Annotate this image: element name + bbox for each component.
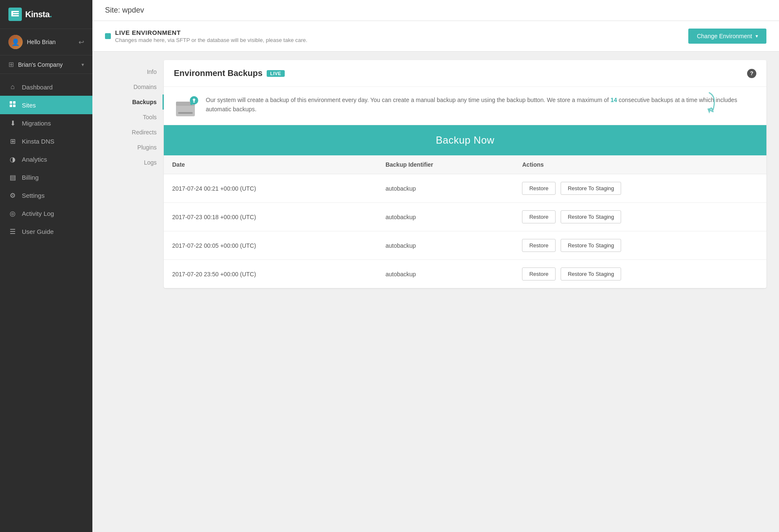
svg-rect-14 xyxy=(193,102,195,102)
backup-identifier: autobackup xyxy=(377,260,514,288)
backup-actions: Restore Restore To Staging xyxy=(514,231,766,260)
backup-actions: Restore Restore To Staging xyxy=(514,203,766,231)
company-selector[interactable]: ⊞ Brian's Company ▾ xyxy=(0,55,92,74)
user-greeting: Hello Brian xyxy=(27,39,74,45)
restore-to-staging-button[interactable]: Restore To Staging xyxy=(561,210,621,223)
company-name: Brian's Company xyxy=(18,61,77,68)
env-title: LIVE ENVIRONMENT xyxy=(115,29,307,36)
restore-button[interactable]: Restore xyxy=(522,267,556,280)
sidebar-item-billing[interactable]: ▤ Billing xyxy=(0,168,92,186)
table-row: 2017-07-24 00:21 +00:00 (UTC) autobackup… xyxy=(164,174,766,203)
sidebar-item-user-guide[interactable]: ☰ User Guide xyxy=(0,223,92,241)
logout-icon[interactable]: ↩ xyxy=(79,38,84,46)
subnav-domains[interactable]: Domains xyxy=(105,79,164,94)
user-guide-icon: ☰ xyxy=(8,228,17,236)
settings-icon: ⚙ xyxy=(8,191,17,199)
logo-area: Kinsta. xyxy=(0,0,92,29)
table-row: 2017-07-23 00:18 +00:00 (UTC) autobackup… xyxy=(164,203,766,231)
restore-to-staging-button[interactable]: Restore To Staging xyxy=(561,182,621,195)
restore-button[interactable]: Restore xyxy=(522,239,556,252)
backup-info-section: Our system will create a backup of this … xyxy=(164,87,766,125)
svg-rect-10 xyxy=(178,112,193,114)
content-area: LIVE ENVIRONMENT Changes made here, via … xyxy=(92,21,779,532)
environment-banner: LIVE ENVIRONMENT Changes made here, via … xyxy=(92,21,779,52)
site-title: Site: wpdev xyxy=(105,6,144,15)
svg-rect-5 xyxy=(13,101,16,104)
sidebar-item-label: User Guide xyxy=(22,228,54,235)
restore-to-staging-button[interactable]: Restore To Staging xyxy=(561,239,621,252)
company-icon: ⊞ xyxy=(8,60,14,68)
restore-button[interactable]: Restore xyxy=(522,210,556,223)
svg-rect-4 xyxy=(10,101,12,104)
help-icon[interactable]: ? xyxy=(747,69,756,78)
env-subtitle: Changes made here, via SFTP or the datab… xyxy=(115,37,307,43)
restore-button[interactable]: Restore xyxy=(522,182,556,195)
subnav-plugins[interactable]: Plugins xyxy=(105,140,164,155)
chevron-down-icon: ▾ xyxy=(755,33,758,39)
subnav-backups[interactable]: Backups xyxy=(105,94,164,110)
panel-title: Environment Backups xyxy=(174,68,262,78)
subnav-logs[interactable]: Logs xyxy=(105,155,164,170)
backup-identifier: autobackup xyxy=(377,203,514,231)
sites-icon xyxy=(8,101,17,109)
subnav-tools[interactable]: Tools xyxy=(105,110,164,125)
sidebar-item-label: Sites xyxy=(22,102,36,109)
restore-to-staging-button[interactable]: Restore To Staging xyxy=(561,267,621,280)
sidebar-item-label: Activity Log xyxy=(22,210,54,217)
user-row[interactable]: 👤 Hello Brian ↩ xyxy=(0,29,92,55)
sidebar-item-label: Settings xyxy=(22,192,45,199)
content-with-subnav: Info Domains Backups Tools Redirects Plu… xyxy=(92,52,779,296)
subnav-redirects[interactable]: Redirects xyxy=(105,125,164,140)
sidebar-item-sites[interactable]: Sites xyxy=(0,96,92,114)
col-actions: Actions xyxy=(514,155,766,174)
sidebar-item-migrations[interactable]: ⬇ Migrations xyxy=(0,114,92,132)
sidebar-item-dashboard[interactable]: ⌂ Dashboard xyxy=(0,78,92,96)
live-badge: LIVE xyxy=(267,70,284,77)
backup-date: 2017-07-20 23:50 +00:00 (UTC) xyxy=(164,260,377,288)
top-bar: Site: wpdev xyxy=(92,0,779,21)
env-info: LIVE ENVIRONMENT Changes made here, via … xyxy=(105,29,307,43)
backup-date: 2017-07-23 00:18 +00:00 (UTC) xyxy=(164,203,377,231)
backup-identifier: autobackup xyxy=(377,174,514,203)
sidebar-item-label: Billing xyxy=(22,174,39,181)
sidebar-item-label: Dashboard xyxy=(22,84,52,91)
backup-description-text: Our system will create a backup of this … xyxy=(206,95,756,114)
logo-text: Kinsta. xyxy=(25,10,52,19)
main-area: Site: wpdev LIVE ENVIRONMENT Changes mad… xyxy=(92,0,779,532)
backup-disk-icon xyxy=(174,95,199,116)
main-panel: Environment Backups LIVE ? xyxy=(164,60,766,288)
subnav-info[interactable]: Info xyxy=(105,64,164,79)
sidebar-item-label: Analytics xyxy=(22,156,47,163)
sidebar-nav: ⌂ Dashboard Sites ⬇ Migrations ⊞ Kinsta … xyxy=(0,74,92,532)
sidebar-item-analytics[interactable]: ◑ Analytics xyxy=(0,150,92,168)
backup-now-button[interactable]: Backup Now xyxy=(164,125,766,155)
migrations-icon: ⬇ xyxy=(8,119,17,127)
analytics-icon: ◑ xyxy=(8,155,17,163)
sidebar: Kinsta. 👤 Hello Brian ↩ ⊞ Brian's Compan… xyxy=(0,0,92,532)
svg-rect-3 xyxy=(11,11,13,16)
sidebar-item-label: Migrations xyxy=(22,120,51,127)
sidebar-item-settings[interactable]: ⚙ Settings xyxy=(0,186,92,204)
logo-icon xyxy=(8,8,22,21)
env-details: LIVE ENVIRONMENT Changes made here, via … xyxy=(115,29,307,43)
sub-navigation: Info Domains Backups Tools Redirects Plu… xyxy=(105,60,164,288)
billing-icon: ▤ xyxy=(8,173,17,181)
panel-title-group: Environment Backups LIVE xyxy=(174,68,285,78)
env-indicator xyxy=(105,33,111,39)
company-dropdown-icon: ▾ xyxy=(81,62,84,68)
col-date: Date xyxy=(164,155,377,174)
backup-identifier: autobackup xyxy=(377,231,514,260)
backups-table: Date Backup Identifier Actions 2017-07-2… xyxy=(164,155,766,288)
kinsta-dns-icon: ⊞ xyxy=(8,137,17,145)
col-identifier: Backup Identifier xyxy=(377,155,514,174)
sidebar-item-activity-log[interactable]: ◎ Activity Log xyxy=(0,204,92,223)
backup-actions: Restore Restore To Staging xyxy=(514,174,766,203)
sidebar-item-label: Kinsta DNS xyxy=(22,138,55,145)
avatar: 👤 xyxy=(8,35,23,49)
sidebar-item-kinsta-dns[interactable]: ⊞ Kinsta DNS xyxy=(0,132,92,150)
table-row: 2017-07-20 23:50 +00:00 (UTC) autobackup… xyxy=(164,260,766,288)
table-row: 2017-07-22 00:05 +00:00 (UTC) autobackup… xyxy=(164,231,766,260)
table-header-row: Date Backup Identifier Actions xyxy=(164,155,766,174)
activity-log-icon: ◎ xyxy=(8,210,17,218)
change-environment-button[interactable]: Change Environment ▾ xyxy=(688,29,766,44)
